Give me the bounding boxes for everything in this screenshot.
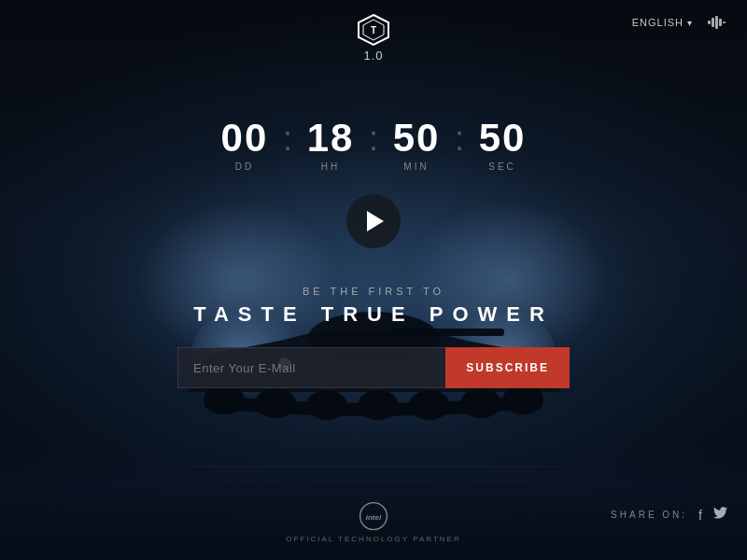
logo-area: T 1.0	[357, 13, 390, 63]
svg-rect-22	[715, 16, 718, 29]
email-input[interactable]	[177, 347, 445, 388]
sound-toggle[interactable]	[708, 15, 728, 30]
twitter-icon	[713, 507, 728, 520]
days-value: 00	[221, 119, 269, 158]
svg-rect-24	[723, 21, 726, 23]
share-area: SHARE ON: f	[611, 507, 728, 523]
countdown-minutes: 50 MIN	[384, 119, 449, 172]
tagline-area: BE THE FIRST TO TASTE TRUE POWER	[193, 286, 554, 327]
subscribe-area: SUBSCRIBE	[177, 347, 570, 388]
countdown-hours: 18 HH	[298, 119, 363, 172]
intel-partner-label: OFFICIAL TECHNOLOGY PARTNER	[286, 535, 460, 543]
seconds-label: SEC	[488, 161, 516, 172]
sep-3: :	[449, 119, 470, 159]
play-icon	[367, 211, 384, 231]
svg-rect-23	[719, 19, 722, 26]
sound-wave-icon	[708, 15, 728, 30]
play-button[interactable]	[346, 194, 401, 248]
intel-ring-icon: intel	[357, 499, 390, 533]
share-label: SHARE ON:	[611, 510, 687, 520]
svg-rect-20	[708, 21, 711, 24]
svg-text:intel: intel	[366, 513, 382, 522]
footer: intel OFFICIAL TECHNOLOGY PARTNER SHARE …	[0, 499, 747, 543]
hours-value: 18	[307, 119, 355, 158]
intel-logo: intel OFFICIAL TECHNOLOGY PARTNER	[286, 499, 460, 543]
twitter-link[interactable]	[713, 507, 728, 523]
facebook-link[interactable]: f	[698, 508, 702, 523]
language-selector[interactable]: ENGLISH	[632, 17, 693, 28]
minutes-value: 50	[393, 119, 441, 158]
sep-2: :	[363, 119, 384, 159]
tagline-subtitle: BE THE FIRST TO	[193, 286, 554, 297]
top-right-controls: ENGLISH	[632, 15, 728, 30]
svg-rect-21	[712, 18, 714, 27]
minutes-label: MIN	[403, 161, 429, 172]
version-label: 1.0	[363, 49, 383, 63]
countdown-days: 00 DD	[212, 119, 277, 172]
hours-label: HH	[321, 161, 340, 172]
svg-text:T: T	[371, 25, 376, 35]
seconds-value: 50	[479, 119, 527, 158]
sep-1: :	[277, 119, 298, 159]
countdown-timer: 00 DD : 18 HH : 50 MIN : 50 SEC	[212, 119, 535, 172]
tagline-title: TASTE TRUE POWER	[193, 302, 554, 327]
header: T 1.0 ENGLISH	[0, 0, 747, 63]
page-content: T 1.0 ENGLISH 00 DD : 18	[0, 0, 747, 560]
subscribe-button[interactable]: SUBSCRIBE	[445, 347, 570, 388]
days-label: DD	[235, 161, 254, 172]
countdown-seconds: 50 SEC	[470, 119, 535, 172]
wot-logo-icon: T	[357, 13, 390, 47]
